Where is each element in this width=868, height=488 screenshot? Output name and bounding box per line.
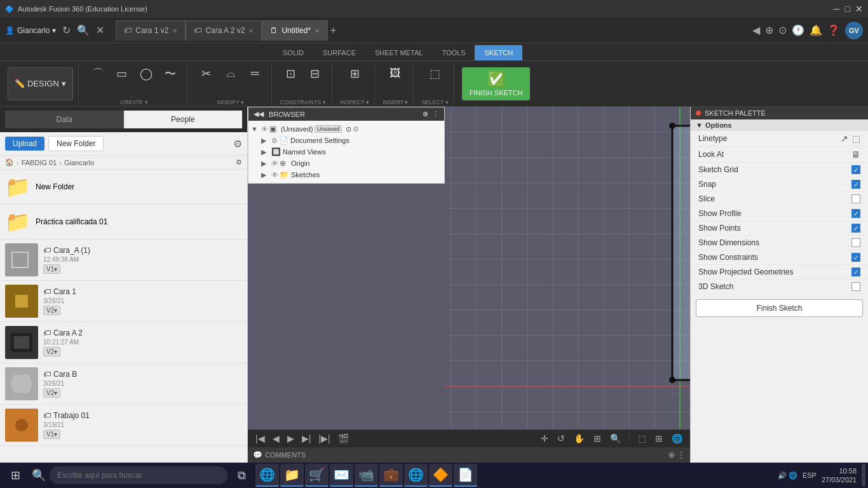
list-item[interactable]: 📁 New Folder (0, 170, 247, 205)
slice-checkbox[interactable] (851, 194, 860, 203)
palette-row-show-dimensions[interactable]: Show Dimensions (691, 236, 868, 250)
list-item[interactable]: 🏷 Cara_A (1) 12:49:38 AM V1▾ (0, 240, 247, 281)
new-tab-button[interactable]: + (330, 25, 336, 36)
taskbar-mail[interactable]: ✉️ (330, 464, 353, 487)
select-tool[interactable]: ⬚ (424, 62, 447, 85)
taskbar-word[interactable]: 📄 (454, 464, 477, 487)
taskbar-teams[interactable]: 📹 (355, 464, 378, 487)
tab-sketch[interactable]: SKETCH (475, 45, 522, 60)
orbit-icon[interactable]: ↺ (555, 432, 567, 445)
next-frame-btn[interactable]: ▶| (299, 432, 314, 445)
tree-toggle-icon2[interactable]: ▶ (261, 137, 270, 145)
tree-toggle-icon5[interactable]: ▶ (261, 171, 270, 179)
taskbar-explorer[interactable]: 📁 (280, 464, 304, 487)
finish-sketch-button[interactable]: ✅ FINISH SKETCH (462, 67, 531, 100)
taskbar-search[interactable] (50, 466, 227, 484)
first-frame-btn[interactable]: |◀ (253, 432, 268, 445)
tab-tools[interactable]: TOOLS (432, 45, 475, 60)
insert-image[interactable]: 🖼 (384, 62, 407, 85)
show-desktop-btn[interactable] (862, 464, 865, 487)
tree-named-views[interactable]: ▶ 🔲 Named Views (259, 146, 444, 158)
rect-tool[interactable]: ▭ (111, 62, 133, 85)
palette-row-show-constraints[interactable]: Show Constraints ✓ (691, 250, 868, 265)
environments-icon[interactable]: 🌐 (669, 432, 685, 445)
palette-row-grid[interactable]: Sketch Grid ✓ (691, 163, 868, 177)
animation-icon[interactable]: 🎬 (336, 432, 351, 445)
grid-display-icon[interactable]: ⊞ (653, 432, 665, 445)
home-icon[interactable]: 🏠 (5, 158, 14, 166)
spline-tool[interactable]: 〜 (159, 62, 182, 85)
list-item[interactable]: 🏷 Cara B 3/26/21 V2▾ (0, 363, 247, 405)
zoom-icon[interactable]: 🔍 (607, 432, 623, 445)
canvas-area[interactable]: ◀◀ BROWSER ⊕ ⋮ ▼ 👁 ▣ (Unsaved) (248, 107, 868, 463)
show-constraints-checkbox[interactable]: ✓ (851, 253, 860, 262)
palette-row-show-points[interactable]: Show Points ✓ (691, 221, 868, 236)
list-item[interactable]: 📁 Práctica calificada 01 (0, 205, 247, 240)
tree-eye-icon[interactable]: 👁 (261, 125, 268, 133)
tab-untitled[interactable]: 🗒 Untitled* ✕ (262, 20, 327, 41)
nav-left-icon[interactable]: ◀ (752, 24, 760, 36)
tree-gear2-icon[interactable]: ⚙ (271, 137, 278, 145)
minimize-button[interactable]: ─ (834, 4, 840, 14)
constraint2[interactable]: ⊟ (304, 62, 327, 85)
move-icon[interactable]: ✛ (538, 432, 551, 445)
task-view-button[interactable]: ⧉ (229, 464, 254, 487)
tab-caraa2v2[interactable]: 🏷 Cara A 2 v2 ✕ (186, 20, 262, 41)
tree-gear-icon[interactable]: ⚙ (353, 125, 359, 133)
constraint1[interactable]: ⊡ (280, 62, 302, 85)
bc-giancarlo[interactable]: Giancarlo (64, 159, 94, 166)
close-top-icon[interactable]: ✕ (96, 24, 104, 36)
last-frame-btn[interactable]: |▶| (316, 432, 332, 445)
tab-cara1v2[interactable]: 🏷 Cara 1 v2 ✕ (116, 20, 186, 41)
palette-section-options[interactable]: ▼ Options (691, 119, 868, 131)
equal-tool[interactable]: ═ (243, 62, 266, 85)
prev-frame-btn[interactable]: ◀ (270, 432, 282, 445)
circle-tool[interactable]: ◯ (135, 62, 158, 85)
tree-eye2-icon[interactable]: 👁 (271, 159, 278, 167)
tab-sheet-metal[interactable]: SHEET METAL (365, 45, 432, 60)
tree-toggle-icon3[interactable]: ▶ (261, 148, 270, 156)
fillet-tool[interactable]: ⌓ (219, 62, 242, 85)
show-points-checkbox[interactable]: ✓ (851, 224, 860, 233)
show-profile-checkbox[interactable]: ✓ (851, 209, 860, 218)
comments-menu-icon[interactable]: ⋮ (677, 451, 685, 459)
tab-close-icon[interactable]: ✕ (172, 27, 177, 34)
bell-icon[interactable]: 🔔 (810, 24, 822, 36)
palette-row-show-profile[interactable]: Show Profile ✓ (691, 207, 868, 221)
bc-settings-icon[interactable]: ⚙ (236, 158, 242, 166)
zoom-fit-icon[interactable]: ⊞ (591, 432, 604, 445)
palette-row-show-projected[interactable]: Show Projected Geometries ✓ (691, 265, 868, 280)
search-button[interactable]: 🔍 (29, 464, 48, 487)
list-item[interactable]: 🏷 Cara 1 3/26/21 V2▾ (0, 281, 247, 322)
user-area[interactable]: 👤 Giancarlo ▾ (5, 26, 56, 35)
taskbar-fusion[interactable]: 🔶 (429, 464, 452, 487)
show-projected-checkbox[interactable]: ✓ (851, 268, 860, 276)
tree-root[interactable]: ▼ 👁 ▣ (Unsaved) Unsaved ⊙ ⚙ (248, 123, 444, 135)
design-dropdown[interactable]: ✏️ DESIGN ▾ (8, 67, 73, 100)
arc-tool[interactable]: ⌒ (86, 62, 109, 85)
tree-eye3-icon[interactable]: 👁 (271, 171, 278, 179)
search-icon[interactable]: 🔍 (77, 24, 90, 36)
taskbar-work[interactable]: 💼 (379, 464, 403, 487)
dimension-tool[interactable]: ⊞ (343, 62, 366, 85)
help-icon[interactable]: ⊙ (778, 24, 787, 36)
linetype-icon1[interactable]: ↗ (841, 133, 848, 144)
browser-menu-icon[interactable]: ⋮ (432, 110, 439, 118)
tree-sketches[interactable]: ▶ 👁 📁 Sketches (259, 169, 444, 180)
refresh-icon[interactable]: ↻ (62, 24, 71, 36)
tree-toggle-icon4[interactable]: ▶ (261, 159, 270, 168)
upload-button[interactable]: Upload (5, 137, 44, 151)
list-item[interactable]: 🏷 Cara A 2 10:21:27 AM V2▾ (0, 322, 247, 363)
browser-plus-icon[interactable]: ⊕ (423, 110, 428, 118)
finish-sketch-palette-button[interactable]: Finish Sketch (696, 299, 863, 317)
list-item[interactable]: 🏷 Trabajo 01 3/19/21 V1▾ (0, 405, 247, 446)
taskbar-chrome[interactable]: 🌐 (404, 464, 428, 487)
nav-plus-icon[interactable]: ⊕ (765, 24, 773, 36)
comments-plus-icon[interactable]: ⊕ (668, 451, 675, 459)
tab-surface[interactable]: SURFACE (313, 45, 365, 60)
settings-icon[interactable]: ⚙ (233, 138, 242, 150)
people-tab[interactable]: People (124, 111, 243, 128)
tree-doc-settings[interactable]: ▶ ⚙ 📄 Document Settings (259, 135, 444, 146)
tree-toggle-icon[interactable]: ▼ (251, 125, 260, 133)
tab-close2-icon[interactable]: ✕ (248, 27, 254, 34)
